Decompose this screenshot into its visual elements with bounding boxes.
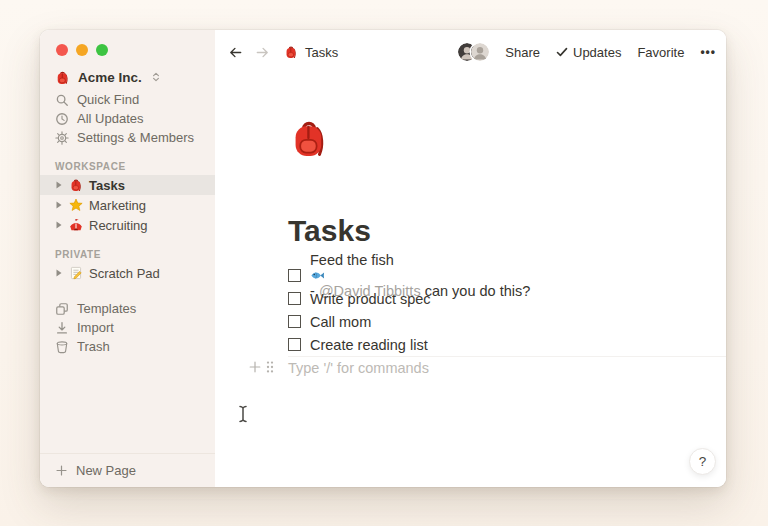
expand-toggle-icon[interactable] xyxy=(55,200,63,210)
chevron-updown-icon xyxy=(150,71,162,83)
todo-label[interactable]: Write product spec xyxy=(310,291,431,307)
page-content: Tasks Feed the fish - @David Tibbitts xyxy=(215,61,726,379)
todo-label[interactable]: Create reading list xyxy=(310,337,428,353)
sidebar-item-quick-find[interactable]: Quick Find xyxy=(40,90,215,109)
help-label: ? xyxy=(699,454,707,469)
minimize-window-button[interactable] xyxy=(76,44,88,56)
topbar: Tasks xyxy=(215,30,726,61)
todo-label[interactable]: Call mom xyxy=(310,314,371,330)
sidebar-item-all-updates[interactable]: All Updates xyxy=(40,109,215,128)
expand-toggle-icon[interactable] xyxy=(55,180,63,190)
gear-icon xyxy=(55,131,69,145)
new-page-button[interactable]: New Page xyxy=(40,453,215,487)
sidebar-page-tasks[interactable]: Tasks xyxy=(40,175,215,195)
sidebar-item-label: Templates xyxy=(77,301,136,316)
sidebar-item-label: All Updates xyxy=(77,111,143,126)
sidebar-item-import[interactable]: Import xyxy=(40,318,215,337)
templates-icon xyxy=(55,302,69,316)
block-handles xyxy=(248,360,275,374)
breadcrumb[interactable]: Tasks xyxy=(284,45,338,60)
page-title[interactable]: Tasks xyxy=(288,214,726,248)
backpack-icon xyxy=(55,70,70,85)
todo-checkbox[interactable] xyxy=(288,338,301,351)
memo-icon xyxy=(69,266,83,280)
sidebar-item-label: Quick Find xyxy=(77,92,139,107)
backpack-icon xyxy=(69,178,83,192)
page-link-label: Recruiting xyxy=(89,218,148,233)
fish-icon xyxy=(310,268,325,283)
notion-window: Acme Inc. Quick Find All Updates xyxy=(40,30,726,487)
expand-toggle-icon[interactable] xyxy=(55,220,63,230)
todo-checkbox[interactable] xyxy=(288,269,301,282)
expand-toggle-icon[interactable] xyxy=(55,268,63,278)
avatar xyxy=(471,43,489,61)
new-page-label: New Page xyxy=(76,463,136,478)
breadcrumb-label: Tasks xyxy=(305,45,338,60)
zoom-window-button[interactable] xyxy=(96,44,108,56)
forward-arrow-button[interactable] xyxy=(255,45,270,60)
editor-placeholder: Type '/' for commands xyxy=(288,360,429,376)
page-canvas: Tasks xyxy=(215,30,726,487)
import-icon xyxy=(55,321,69,335)
todo-text: Feed the fish xyxy=(310,252,394,268)
backpack-icon xyxy=(284,45,298,59)
updates-button[interactable]: Updates xyxy=(556,45,621,60)
sidebar-item-label: Settings & Members xyxy=(77,130,194,145)
sidebar-item-settings-members[interactable]: Settings & Members xyxy=(40,128,215,147)
share-button[interactable]: Share xyxy=(505,45,540,60)
clock-icon xyxy=(55,112,69,126)
workspace-name: Acme Inc. xyxy=(78,70,142,85)
text-cursor-icon xyxy=(235,404,251,424)
page-link-label: Scratch Pad xyxy=(89,266,160,281)
page-icon-backpack[interactable] xyxy=(288,117,330,159)
workspace-switcher[interactable]: Acme Inc. xyxy=(40,66,215,88)
share-label: Share xyxy=(505,45,540,60)
drag-handle-icon[interactable] xyxy=(265,360,275,374)
close-window-button[interactable] xyxy=(56,44,68,56)
trash-icon xyxy=(55,340,69,354)
section-label-private: PRIVATE xyxy=(40,249,215,261)
todo-list: Feed the fish - @David Tibbitts can you … xyxy=(288,264,726,379)
sidebar-item-templates[interactable]: Templates xyxy=(40,299,215,318)
todo-checkbox[interactable] xyxy=(288,292,301,305)
window-controls xyxy=(40,42,215,54)
plus-icon xyxy=(55,464,68,477)
sidebar-page-recruiting[interactable]: Recruiting xyxy=(40,215,215,235)
empty-block[interactable]: Type '/' for commands xyxy=(288,356,726,379)
todo-item[interactable]: Create reading list xyxy=(288,333,726,356)
sidebar-page-marketing[interactable]: Marketing xyxy=(40,195,215,215)
sidebar-item-label: Trash xyxy=(77,339,110,354)
sidebar-item-trash[interactable]: Trash xyxy=(40,337,215,356)
help-button[interactable]: ? xyxy=(689,448,716,475)
search-icon xyxy=(55,93,69,107)
sidebar: Acme Inc. Quick Find All Updates xyxy=(40,30,215,487)
check-icon xyxy=(556,46,568,58)
section-label-workspace: WORKSPACE xyxy=(40,161,215,173)
star-icon xyxy=(69,198,83,212)
todo-checkbox[interactable] xyxy=(288,315,301,328)
collaborator-avatars[interactable] xyxy=(458,43,489,61)
add-block-button[interactable] xyxy=(248,360,262,374)
sidebar-item-label: Import xyxy=(77,320,114,335)
todo-item[interactable]: Feed the fish - @David Tibbitts can you … xyxy=(288,264,726,287)
sidebar-page-scratch-pad[interactable]: Scratch Pad xyxy=(40,263,215,283)
page-link-label: Marketing xyxy=(89,198,146,213)
favorite-button[interactable]: Favorite xyxy=(637,45,684,60)
circus-tent-icon xyxy=(69,218,83,232)
todo-text: can you do this? xyxy=(425,283,531,299)
todo-item[interactable]: Call mom xyxy=(288,310,726,333)
page-link-label: Tasks xyxy=(89,178,125,193)
back-arrow-button[interactable] xyxy=(228,45,243,60)
updates-label: Updates xyxy=(573,45,621,60)
more-options-button[interactable]: ••• xyxy=(700,45,716,59)
favorite-label: Favorite xyxy=(637,45,684,60)
